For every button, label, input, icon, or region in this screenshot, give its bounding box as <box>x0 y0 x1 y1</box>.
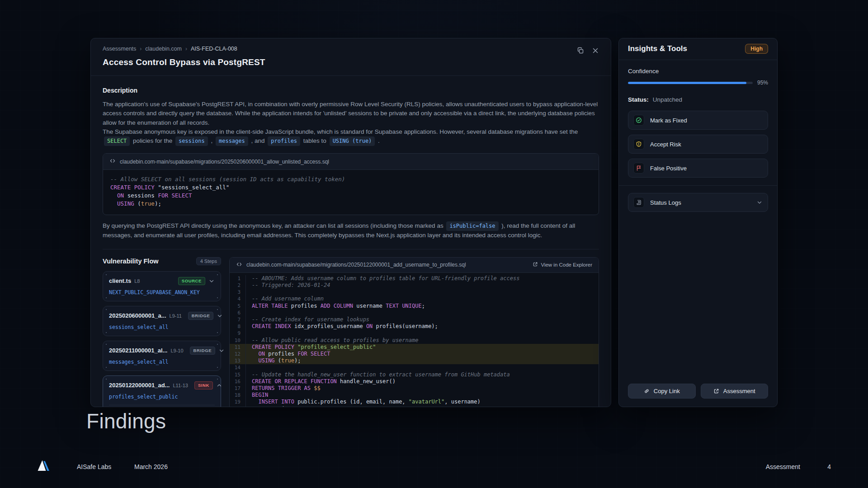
code-text: ON sessions FOR SELECT <box>110 192 192 199</box>
code-text: -- Update the handle_new_user function t… <box>252 371 599 378</box>
false-positive-button[interactable]: False Positive <box>628 159 768 178</box>
divider <box>109 405 215 405</box>
action-label: False Positive <box>650 165 687 172</box>
code-text <box>252 289 599 296</box>
line-number: 14 <box>230 364 246 371</box>
insights-tools-content: Confidence 95% Status: Unpatched Mark as… <box>619 60 777 407</box>
code-line: 19 INSERT INTO public.profiles (id, emai… <box>230 399 599 405</box>
flow-step-header: 20250206000001_a...L9-11BRIDGE <box>109 312 215 320</box>
code-line: 16CREATE OR REPLACE FUNCTION handle_new_… <box>230 378 599 385</box>
view-in-code-explorer-link[interactable]: View in Code Explorer <box>533 262 592 268</box>
slide-title: Findings <box>86 409 166 433</box>
finding-title: Access Control Bypass via PostgREST <box>103 57 265 67</box>
insights-tools-panel: Insights & Tools High Confidence 95% Sta… <box>618 38 778 407</box>
code-text: CREATE OR REPLACE FUNCTION handle_new_us… <box>252 378 599 385</box>
code-line: 8CREATE INDEX idx_profiles_username ON p… <box>230 323 599 330</box>
flow-step-line-ref: L11-13 <box>173 383 188 388</box>
line-number: 16 <box>230 378 246 385</box>
code-text: -- ABOUTME: Adds username column to prof… <box>252 275 599 282</box>
code-file-path: claudebin.com-main/supabase/migrations/2… <box>120 159 329 165</box>
copy-link-label: Copy Link <box>654 388 680 394</box>
breadcrumb-item-project[interactable]: claudebin.com <box>145 46 182 52</box>
code-text: -- Allow public read access to profiles … <box>252 337 599 344</box>
flow-step-header: 20250211000001_al...L9-10BRIDGE <box>109 347 215 355</box>
status-logs-toggle[interactable]: Status Logs <box>628 193 768 212</box>
text-segment: tables to <box>302 137 328 144</box>
finding-header-actions <box>577 46 599 54</box>
vulnerability-flow-section: Vulnerability Flow 4 Steps client.tsL8SO… <box>103 257 599 407</box>
code-line: 13 USING (true); <box>230 357 599 364</box>
line-number: 7 <box>230 316 246 323</box>
footer-date: March 2026 <box>134 463 168 470</box>
line-number: 17 <box>230 385 246 392</box>
check-circle-icon <box>633 115 644 126</box>
code-line: 17RETURNS TRIGGER AS $$ <box>230 385 599 392</box>
flow-step-identifier: messages_select_all <box>109 359 215 365</box>
inline-code-chip: sessions <box>175 136 208 146</box>
line-number: 2 <box>230 282 246 289</box>
code-snippet-header: claudebin.com-main/supabase/migrations/2… <box>103 154 599 170</box>
code-text: -- Triggered: 2026-01-24 <box>252 282 599 289</box>
steps-count-badge: 4 Steps <box>196 257 221 265</box>
flow-step-card[interactable]: 20250122000001_ad...L11-13SINKprofiles_s… <box>103 375 221 407</box>
vulnerability-flow-column: Vulnerability Flow 4 Steps client.tsL8SO… <box>103 257 221 407</box>
assessment-button[interactable]: Assessment <box>701 384 769 399</box>
flow-step-card[interactable]: 20250206000001_a...L9-11BRIDGEsessions_s… <box>103 306 221 336</box>
severity-badge: High <box>745 44 768 54</box>
code-viewer-header: claudebin.com-main/supabase/migrations/2… <box>230 258 599 273</box>
external-link-icon <box>713 388 719 394</box>
confidence-row: 95% <box>628 80 768 86</box>
code-text: ON profiles FOR SELECT <box>252 351 599 357</box>
close-icon[interactable] <box>592 47 599 54</box>
mark-as-fixed-button[interactable]: Mark as Fixed <box>628 111 768 130</box>
chevron-down-icon[interactable] <box>217 313 223 319</box>
breadcrumb-separator: › <box>185 46 187 52</box>
copy-icon[interactable] <box>577 47 584 54</box>
text-segment: policies for the <box>131 137 174 144</box>
code-text: -- Allow SELECT on all sessions (session… <box>110 176 345 183</box>
flow-step-card[interactable]: client.tsL8SOURCENEXT_PUBLIC_SUPABASE_AN… <box>103 271 221 301</box>
accept-risk-button[interactable]: Accept Risk <box>628 135 768 154</box>
footer-page-number: 4 <box>827 463 831 470</box>
code-text: -- Add username column <box>252 296 599 302</box>
breadcrumb-item-finding-id: AIS-FED-CLA-008 <box>191 46 237 52</box>
inline-code-chip: messages <box>216 136 248 146</box>
code-text: INSERT INTO public.profiles (id, email, … <box>252 399 599 405</box>
status-actions: Mark as Fixed Accept Risk False Positive <box>628 111 768 178</box>
line-number: 4 <box>230 296 246 302</box>
text-segment: , and <box>250 137 267 144</box>
chevron-down-icon[interactable] <box>218 347 225 354</box>
flow-step-file: 20250206000001_a... <box>109 312 166 319</box>
copy-link-button[interactable]: Copy Link <box>628 384 696 399</box>
finding-header-left: Assessments › claudebin.com › AIS-FED-CL… <box>103 46 265 67</box>
flow-step-identifier: profiles_select_public <box>109 394 215 400</box>
footer-doc-type: Assessment <box>766 463 800 470</box>
line-number: 5 <box>230 303 246 310</box>
code-text: VALUES ( <box>252 406 599 407</box>
line-number: 8 <box>230 323 246 330</box>
code-line: 6 <box>230 310 599 316</box>
chevron-down-icon[interactable] <box>208 278 215 284</box>
code-snippet-card: claudebin.com-main/supabase/migrations/2… <box>103 153 599 215</box>
description-paragraph: The application's use of Supabase's Post… <box>103 100 599 127</box>
code-line: 9 <box>230 330 599 337</box>
flow-step-badge: SOURCE <box>178 277 205 285</box>
flow-step-identifier: NEXT_PUBLIC_SUPABASE_ANON_KEY <box>109 289 215 296</box>
chevron-up-icon[interactable] <box>216 382 222 389</box>
code-line: 15-- Update the handle_new_user function… <box>230 371 599 378</box>
link-icon <box>644 388 650 394</box>
breadcrumb-item-assessments[interactable]: Assessments <box>103 46 136 52</box>
code-viewer: claudebin.com-main/supabase/migrations/2… <box>229 257 599 407</box>
code-icon <box>109 158 116 165</box>
code-text <box>252 310 599 316</box>
code-snippet: -- Allow SELECT on all sessions (session… <box>103 170 599 215</box>
status-row: Status: Unpatched <box>628 96 768 103</box>
chevron-down-icon <box>756 199 763 206</box>
flow-step-line-ref: L9-10 <box>170 348 183 353</box>
flow-step-card[interactable]: 20250211000001_al...L9-10BRIDGEmessages_… <box>103 341 221 371</box>
code-line: 1-- ABOUTME: Adds username column to pro… <box>230 275 599 282</box>
code-line: 5ALTER TABLE profiles ADD COLUMN usernam… <box>230 303 599 310</box>
line-number: 3 <box>230 289 246 296</box>
assessment-label: Assessment <box>723 388 755 394</box>
flow-step-header: 20250122000001_ad...L11-13SINK <box>109 381 215 389</box>
